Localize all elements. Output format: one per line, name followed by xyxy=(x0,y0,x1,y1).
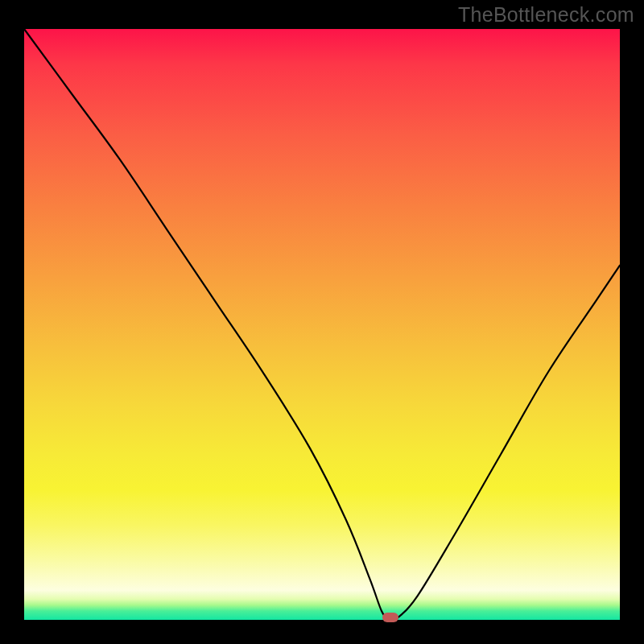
bottleneck-curve xyxy=(24,29,620,620)
watermark-label: TheBottleneck.com xyxy=(458,3,634,27)
optimal-point-marker xyxy=(382,613,398,622)
bottleneck-curve-path xyxy=(24,29,620,618)
chart-frame: TheBottleneck.com xyxy=(0,0,644,644)
